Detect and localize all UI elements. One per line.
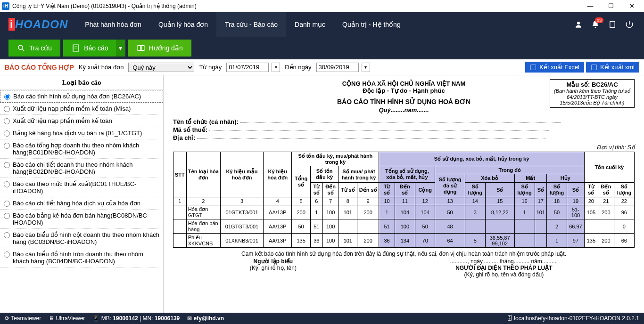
svg-rect-7	[531, 65, 536, 70]
clipboard-icon[interactable]	[607, 19, 618, 30]
table-row: Hóa đơn GTGT01GTKT3/001AA/13P 2001100101…	[173, 205, 635, 219]
tax-label: Mã số thuế:	[173, 126, 207, 133]
filter-title: BÁO CÁO TỔNG HỢP	[5, 64, 74, 71]
nav-item[interactable]: Quản trị - Hệ thống	[334, 12, 409, 37]
maximize-button[interactable]: ☐	[601, 0, 621, 12]
logo: iHOADON	[0, 18, 76, 31]
report-caret-icon[interactable]: ▾	[116, 40, 125, 57]
status-db: 🗄 localhost\efy-ihoadon-0102EFY-iHOADON …	[507, 315, 639, 322]
svg-rect-8	[592, 65, 597, 70]
report-type-option[interactable]: Báo cáo tổng hợp doanh thu theo nhóm khá…	[0, 139, 163, 159]
guide-label: Hướng dẫn	[149, 44, 183, 52]
report-type-option[interactable]: Báo cáo bảng kê hóa đơn bán hàng(BC08DN/…	[0, 210, 163, 229]
nav-item[interactable]: Phát hành hóa đơn	[76, 12, 150, 37]
commitment: Cam kết báo cáo tình hình sử dụng hóa đơ…	[173, 251, 635, 257]
period-label: Kỳ xuất hóa đơn	[79, 64, 124, 71]
search-label: Tra cứu	[29, 44, 52, 52]
main-header: iHOADON Phát hành hóa đơnQuản lý hóa đơn…	[0, 12, 644, 37]
to-date-input[interactable]	[316, 63, 359, 72]
filter-bar: BÁO CÁO TỔNG HỢP Kỳ xuất hóa đơn Quý này…	[0, 59, 644, 75]
from-label: Từ ngày	[199, 64, 222, 71]
search-button[interactable]: Tra cứu	[8, 40, 60, 57]
rep-title: NGƯỜI ĐẠI DIỆN THEO PHÁP LUẬT	[455, 265, 552, 271]
report-type-option[interactable]: Báo cáo biểu đồ hình tròn doanh thu theo…	[0, 248, 163, 267]
guide-button[interactable]: Hướng dẫn	[128, 40, 191, 57]
svg-rect-1	[610, 21, 615, 28]
user-icon[interactable]	[573, 19, 584, 30]
report-type-option[interactable]: Báo cáo chi tiết hàng hóa dịch vụ của hó…	[0, 197, 163, 210]
form-note: (Ban hành kèm theo Thông tư số 64/2013/T…	[554, 88, 630, 105]
report-type-option[interactable]: Báo cáo biểu đồ hình cột doanh thu theo …	[0, 229, 163, 248]
date-line: ..........., ngày.......... tháng.......…	[450, 258, 558, 265]
notification-icon[interactable]: 03	[590, 19, 601, 30]
from-date-picker-icon[interactable]: ▾	[272, 63, 280, 72]
form-code-box: Mẫu số: BC26/AC (Ban hành kèm theo Thông…	[550, 79, 635, 108]
period-select[interactable]: Quý này	[128, 63, 194, 72]
report-type-sidebar: Loại báo cáo Báo cáo tình hình sử dụng h…	[0, 75, 164, 313]
from-date-input[interactable]	[226, 63, 269, 72]
table-row: Hóa đơn bán hàng01GTGT3/001AA/13P 505110…	[173, 219, 635, 234]
nav-item[interactable]: Quản lý hóa đơn	[150, 12, 216, 37]
status-bar: ⟳ Teamviewer 🖥 UltraViewer 📱 MB: 1900614…	[0, 313, 644, 324]
preparer-sub: (Ký, ghi rõ họ, tên)	[250, 265, 297, 271]
form-code: Mẫu số: BC26/AC	[566, 81, 618, 88]
preparer-title: Người lập biểu	[254, 258, 293, 265]
teamviewer-link[interactable]: ⟳ Teamviewer	[5, 315, 41, 322]
svg-point-2	[18, 45, 23, 49]
rep-sub: (Ký, ghi rõ họ, tên và đóng dấu)	[464, 271, 544, 278]
status-phone: 📱 MB: 19006142 | MN: 19006139	[92, 315, 180, 322]
svg-line-3	[22, 49, 24, 51]
to-label: Đến ngày	[285, 64, 311, 71]
report-button[interactable]: Báo cáo ▾	[63, 40, 125, 57]
power-icon[interactable]	[624, 19, 635, 30]
minimize-button[interactable]: ―	[580, 0, 601, 12]
main-nav: Phát hành hóa đơnQuản lý hóa đơnTra cứu …	[76, 12, 409, 37]
table-row: Phiếu XKKVCNB01XKNB3/001AA/13P 135361001…	[173, 234, 635, 248]
nav-item[interactable]: Danh mục	[286, 12, 334, 37]
report-label: Báo cáo	[84, 44, 108, 52]
status-email: ✉ efy@ihd.vn	[187, 315, 224, 322]
ultraviewer-link[interactable]: 🖥 UltraViewer	[49, 315, 85, 322]
notif-badge: 03	[595, 17, 603, 23]
nav-item[interactable]: Tra cứu - Báo cáo	[216, 12, 286, 37]
report-preview: Mẫu số: BC26/AC (Ban hành kèm theo Thông…	[164, 75, 644, 313]
report-type-option[interactable]: Bảng kê hàng hóa dịch vụ bán ra (01_1/GT…	[0, 127, 163, 139]
close-button[interactable]: ✕	[621, 0, 642, 12]
unit-label: Đơn vị tính: Số	[173, 144, 635, 151]
report-table: STTTên loại hóa đơnKý hiệu mẫu hoá đơnKý…	[173, 152, 635, 248]
report-type-option[interactable]: Xuất dữ liệu nạp phần mềm kế toán (Misa)	[0, 103, 163, 115]
report-type-option[interactable]: Báo cáo tình hình sử dụng hóa đơn (BC26/…	[0, 90, 163, 103]
report-type-option[interactable]: Báo cáo chi tiết doanh thu theo nhóm khá…	[0, 159, 163, 178]
report-type-option[interactable]: Báo cáo theo mức thuế xuất(BC01THUE/BC-i…	[0, 178, 163, 197]
titlebar: iH Công ty EFY Việt Nam (Demo) (01025190…	[0, 0, 644, 12]
report-type-option[interactable]: Xuất dữ liệu nạp phần mềm kế toán	[0, 115, 163, 127]
titlebar-text: Công ty EFY Việt Nam (Demo) (0102519043)…	[12, 3, 197, 9]
sidebar-title: Loại báo cáo	[0, 75, 163, 90]
export-xml-button[interactable]: Kết xuất xml	[586, 62, 639, 73]
toolbar: Tra cứu Báo cáo ▾ Hướng dẫn	[0, 37, 644, 59]
svg-point-0	[577, 22, 580, 24]
to-date-picker-icon[interactable]: ▾	[362, 63, 370, 72]
app-icon: iH	[2, 2, 9, 10]
org-label: Tên tổ chức (cá nhân):	[173, 118, 239, 125]
export-excel-button[interactable]: Kết xuất Excel	[525, 62, 584, 73]
addr-label: Địa chỉ:	[173, 134, 196, 141]
